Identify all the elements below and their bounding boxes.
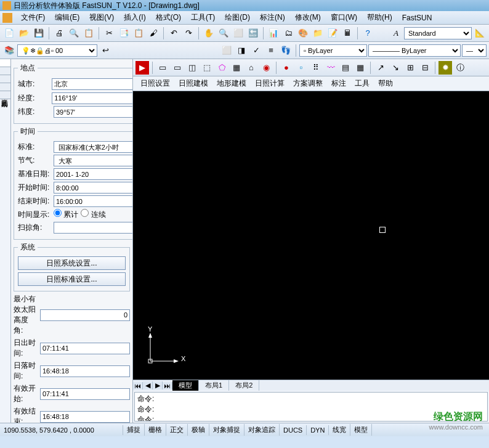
base-date-input[interactable]	[54, 168, 133, 180]
cmenu-calc[interactable]: 日照计算	[251, 77, 288, 90]
layer-iso-icon[interactable]: ◨	[235, 44, 248, 57]
tab-first-icon[interactable]: ⏮	[133, 382, 143, 389]
dot-icon[interactable]: ●	[280, 61, 293, 75]
wave-icon[interactable]: 〰	[324, 61, 337, 75]
tab-prev-icon[interactable]: ◀	[143, 381, 153, 389]
zoom-prev-icon[interactable]: 🔙	[246, 26, 260, 40]
menu-tools[interactable]: 工具(T)	[186, 11, 220, 24]
lineweight-select[interactable]: — B	[462, 44, 487, 57]
paste-icon[interactable]: 📋	[132, 26, 145, 40]
designcenter-icon[interactable]: 🗂	[281, 26, 295, 40]
tab-layout2[interactable]: 布局2	[229, 380, 259, 391]
status-grid[interactable]: 栅格	[145, 424, 166, 436]
pan-icon[interactable]: ✋	[202, 26, 216, 40]
continuous-radio[interactable]: 连续	[81, 209, 105, 220]
tool2-icon[interactable]: ⊟	[418, 61, 432, 75]
status-model[interactable]: 模型	[350, 424, 372, 436]
side-tab-modeling[interactable]: 日照建模	[0, 67, 10, 75]
menu-format[interactable]: 格式(O)	[151, 11, 186, 24]
box3-icon[interactable]: ◫	[185, 61, 199, 75]
linetype-select[interactable]: ———— ByLayer	[368, 44, 461, 57]
menu-window[interactable]: 窗口(W)	[326, 11, 362, 24]
color-select[interactable]: ▫ ByLayer	[299, 44, 367, 57]
min-angle-input[interactable]	[40, 309, 130, 321]
box1-icon[interactable]: ▭	[156, 61, 169, 75]
zoom-window-icon[interactable]: ⬜	[232, 26, 245, 40]
status-otrack[interactable]: 对象追踪	[244, 424, 280, 436]
layer-states-icon[interactable]: ⬜	[220, 44, 233, 57]
cmenu-terrain[interactable]: 地形建模	[213, 77, 250, 90]
box4-icon[interactable]: ⬚	[200, 61, 214, 75]
menu-file[interactable]: 文件(F)	[16, 11, 50, 24]
grid-icon[interactable]: ▦	[230, 61, 243, 75]
cut-icon[interactable]: ✂	[102, 26, 116, 40]
sphere-icon[interactable]: ◉	[259, 61, 273, 75]
tab-model[interactable]: 模型	[172, 380, 199, 391]
redo-icon[interactable]: ↷	[182, 26, 195, 40]
tab-next-icon[interactable]: ▶	[153, 381, 163, 389]
standard-select[interactable]: 国家标准(大寒2小时	[54, 141, 133, 153]
solar-term-select[interactable]: 大寒	[54, 155, 133, 166]
side-tab-tools[interactable]: 辅助工具	[0, 91, 10, 99]
menu-insert[interactable]: 插入(I)	[119, 11, 150, 24]
dots-icon[interactable]: ⠿	[309, 61, 323, 75]
longitude-input[interactable]	[52, 92, 133, 104]
arrow1-icon[interactable]: ↗	[374, 61, 387, 75]
start-time-input[interactable]	[54, 182, 133, 193]
dimstyle-icon[interactable]: 📐	[473, 26, 487, 40]
gear-icon[interactable]: ✹	[438, 61, 452, 75]
toolpalette-icon[interactable]: 🎨	[296, 26, 310, 40]
markup-icon[interactable]: 📝	[326, 26, 339, 40]
latitude-input[interactable]	[54, 106, 133, 118]
house-icon[interactable]: ⌂	[244, 61, 258, 75]
menu-edit[interactable]: 编辑(E)	[50, 11, 84, 24]
sun-system-button[interactable]: 日照系统设置...	[18, 256, 126, 270]
poly-icon[interactable]: ⬠	[215, 61, 228, 75]
tool1-icon[interactable]: ⊞	[403, 61, 417, 75]
layer-select[interactable]: 💡❄🔒🖨▫ 00	[17, 44, 97, 57]
sweep-angle-input[interactable]	[54, 222, 133, 234]
arrow2-icon[interactable]: ↘	[389, 61, 402, 75]
side-tab-adjust[interactable]: 方案调整	[0, 83, 10, 91]
textstyle-select[interactable]: Standard	[404, 27, 472, 39]
sheetset-icon[interactable]: 📁	[311, 26, 325, 40]
status-dyn[interactable]: DYN	[307, 425, 329, 435]
cmenu-dim[interactable]: 标注	[328, 77, 350, 90]
print-icon[interactable]: 🖨	[52, 26, 66, 40]
command-line[interactable]: 命令: 命令: 命令:	[134, 392, 488, 422]
cmenu-help[interactable]: 帮助	[374, 77, 397, 90]
side-tab-settings[interactable]: 日照设置	[0, 59, 10, 67]
cumulative-radio[interactable]: 累计	[54, 209, 78, 220]
properties-icon[interactable]: 📊	[267, 26, 280, 40]
cmenu-adjust[interactable]: 方案调整	[289, 77, 326, 90]
stack-icon[interactable]: ▦	[354, 61, 367, 75]
layer-match-icon[interactable]: ≡	[264, 44, 278, 57]
status-polar[interactable]: 极轴	[188, 424, 209, 436]
status-lwt[interactable]: 线宽	[329, 424, 350, 436]
textstyle-icon[interactable]: A	[389, 26, 403, 40]
layers-icon[interactable]: ▤	[339, 61, 352, 75]
cmenu-tools[interactable]: 工具	[351, 77, 373, 90]
menu-draw[interactable]: 绘图(D)	[220, 11, 255, 24]
preview-icon[interactable]: 🔍	[67, 26, 81, 40]
match-icon[interactable]: 🖌	[147, 26, 160, 40]
save-icon[interactable]: 💾	[32, 26, 46, 40]
side-tab-calc[interactable]: 日照计算	[0, 75, 10, 83]
about-icon[interactable]: ⓘ	[453, 61, 467, 75]
flag-icon[interactable]: ▶	[135, 61, 149, 75]
menu-view[interactable]: 视图(V)	[84, 11, 119, 24]
tab-layout1[interactable]: 布局1	[199, 380, 229, 391]
help-icon[interactable]: ?	[361, 26, 374, 40]
status-snap[interactable]: 捕捉	[123, 424, 145, 436]
layer-prev-icon[interactable]: ↩	[99, 44, 112, 57]
layer-walk-icon[interactable]: 👣	[279, 44, 293, 57]
layer-manager-icon[interactable]: 📚	[2, 44, 16, 57]
drawing-canvas[interactable]: Y X	[133, 91, 489, 380]
square-icon[interactable]: ▫	[294, 61, 308, 75]
status-ortho[interactable]: 正交	[166, 424, 188, 436]
box2-icon[interactable]: ▭	[171, 61, 184, 75]
make-current-icon[interactable]: ✓	[249, 44, 263, 57]
menu-modify[interactable]: 修改(M)	[290, 11, 326, 24]
status-osnap[interactable]: 对象捕捉	[209, 424, 244, 436]
cmenu-settings[interactable]: 日照设置	[137, 77, 174, 90]
